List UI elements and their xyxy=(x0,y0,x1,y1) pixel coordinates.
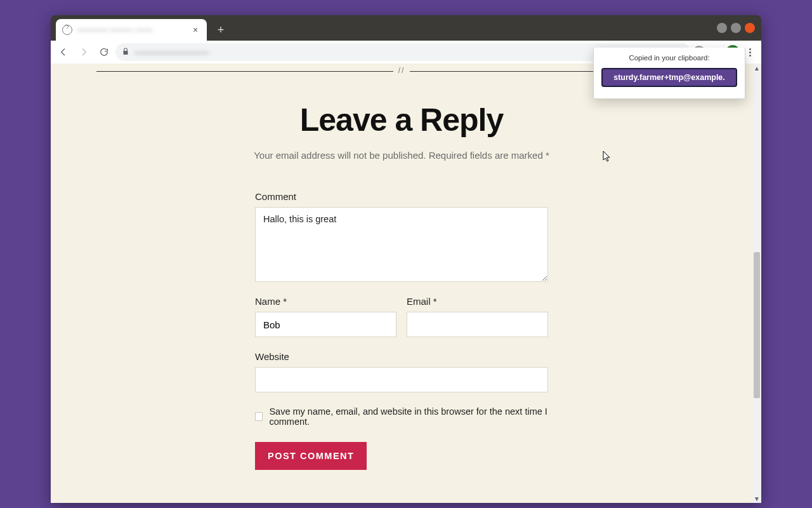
email-label: Email * xyxy=(407,296,548,307)
website-input[interactable] xyxy=(255,367,548,392)
mouse-cursor xyxy=(603,150,612,163)
window-close-button[interactable] xyxy=(745,23,755,33)
lock-icon xyxy=(122,48,129,57)
tab-strip: ———— ——— -—— × + xyxy=(51,15,761,41)
post-comment-button[interactable]: POST COMMENT xyxy=(255,442,367,470)
scroll-up-arrow[interactable]: ▲ xyxy=(752,64,761,72)
comment-label: Comment xyxy=(255,191,548,202)
scroll-thumb[interactable] xyxy=(754,252,760,398)
scroll-down-arrow[interactable]: ▼ xyxy=(752,494,761,503)
email-input[interactable] xyxy=(407,312,548,337)
window-controls xyxy=(717,23,755,33)
save-info-checkbox[interactable] xyxy=(255,412,263,421)
forward-button[interactable] xyxy=(75,43,93,61)
name-label: Name * xyxy=(255,296,396,307)
window-minimize-button[interactable] xyxy=(717,23,727,33)
browser-tab[interactable]: ———— ——— -—— × xyxy=(56,19,207,41)
comment-form: Comment <span class="spellerr">Hallo</sp… xyxy=(255,191,548,470)
tab-close-button[interactable]: × xyxy=(190,25,200,35)
url-text: ————————— xyxy=(134,48,669,57)
page-viewport: Leave a Reply Your email address will no… xyxy=(51,64,761,503)
window-maximize-button[interactable] xyxy=(731,23,741,33)
tab-title: ———— ——— -—— xyxy=(77,25,185,34)
website-label: Website xyxy=(255,351,548,362)
extension-popup: Copied in your clipboard: sturdy.farmer+… xyxy=(593,48,745,99)
new-tab-button[interactable]: + xyxy=(212,21,230,39)
back-button[interactable] xyxy=(55,43,72,61)
globe-icon xyxy=(62,25,72,35)
copied-email-field[interactable]: sturdy.farmer+tmp@example. xyxy=(601,68,737,87)
comment-textarea[interactable]: <span class="spellerr">Hallo</span>, thi… xyxy=(255,207,548,282)
save-info-label: Save my name, email, and website in this… xyxy=(269,406,548,427)
required-fields-note: Your email address will not be published… xyxy=(254,150,549,161)
vertical-scrollbar[interactable]: ▲ ▼ xyxy=(752,64,761,503)
reload-button[interactable] xyxy=(95,43,113,61)
name-input[interactable] xyxy=(255,312,396,337)
popup-message: Copied in your clipboard: xyxy=(629,54,709,62)
page-heading: Leave a Reply xyxy=(300,102,504,138)
